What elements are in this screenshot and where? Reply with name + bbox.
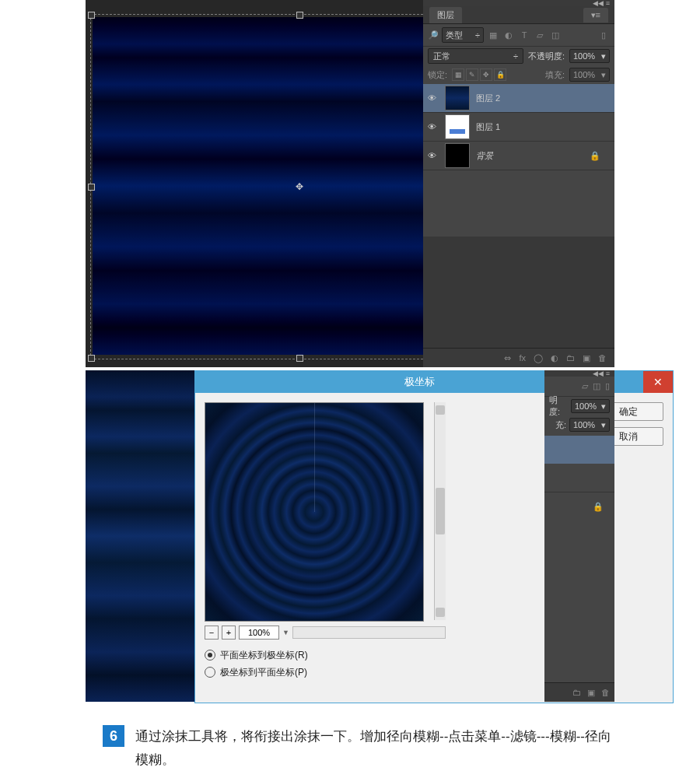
opacity-input[interactable]: 100%▾ <box>571 399 610 413</box>
filter-kind-select[interactable]: 类型÷ <box>442 27 484 43</box>
layer-row-cropped[interactable] <box>544 464 614 492</box>
filter-shape-icon[interactable]: ▱ <box>534 29 546 41</box>
screenshot-layers: PS教程论坛 BBS.16XX8.COM ✥ ◀◀ ≡ 图层 ▾≡ 🔎 类型÷ … <box>86 0 614 367</box>
layer-fx-icon[interactable]: fx <box>519 353 526 363</box>
lock-icons: ▦ ✎ ✥ 🔒 <box>452 68 506 81</box>
visibility-icon[interactable]: 👁 <box>428 93 439 103</box>
lock-label: 锁定: <box>428 69 447 81</box>
fill-value: 100% <box>573 420 595 429</box>
transform-center-icon[interactable]: ✥ <box>296 183 303 191</box>
visibility-icon[interactable]: 👁 <box>428 122 439 131</box>
option-label: 平面坐标到极坐标(R) <box>220 649 308 662</box>
new-layer-icon[interactable]: ▣ <box>583 353 590 363</box>
fill-input[interactable]: 100%▾ <box>569 418 610 432</box>
panel-collapse-icon[interactable]: ◀◀ ≡ <box>544 370 614 377</box>
zoom-dropdown-icon[interactable]: ▼ <box>282 629 289 636</box>
opacity-value: 100% <box>573 51 595 61</box>
radio-icon[interactable] <box>205 650 215 661</box>
layer-thumb[interactable] <box>445 143 470 168</box>
filter-toggle-icon[interactable]: ▯ <box>597 29 610 41</box>
handle-s[interactable] <box>296 355 303 362</box>
blend-row: 正常÷ 不透明度: 100%▾ <box>423 47 614 65</box>
radio-icon[interactable] <box>205 667 215 678</box>
layer-name[interactable]: 图层 2 <box>476 93 500 104</box>
scroll-down-icon[interactable] <box>436 608 445 617</box>
layer-thumb[interactable] <box>445 114 470 139</box>
panel-empty-area <box>423 237 614 349</box>
filter-toggle-icon[interactable]: ▯ <box>605 381 610 391</box>
filter-kind-label: 类型 <box>446 30 463 41</box>
panel-bottom-cropped: 🗀 ▣ 🗑 <box>544 682 614 702</box>
polar-options: 平面坐标到极坐标(R) 极坐标到平面坐标(P) <box>205 647 446 681</box>
layer-name[interactable]: 背景 <box>476 150 493 162</box>
lock-icon: 🔒 <box>590 151 600 161</box>
layers-panel: ◀◀ ≡ 图层 ▾≡ 🔎 类型÷ ▦ ◐ T ▱ ◫ ▯ 正常÷ 不透明度: 1… <box>423 0 614 367</box>
lock-all-icon[interactable]: 🔒 <box>494 68 506 81</box>
search-icon[interactable]: 🔎 <box>428 30 439 40</box>
delete-layer-icon[interactable]: 🗑 <box>598 353 607 363</box>
lock-paint-icon[interactable]: ✎ <box>466 68 478 81</box>
zoom-in-button[interactable]: + <box>222 626 236 640</box>
polar-preview <box>205 403 423 621</box>
opacity-input[interactable]: 100%▾ <box>569 49 610 63</box>
lock-icon: 🔒 <box>593 502 604 512</box>
layer-name[interactable]: 图层 1 <box>476 121 500 133</box>
adjustment-layer-icon[interactable]: ◐ <box>551 353 558 363</box>
fill-label: 充: <box>555 419 566 431</box>
layer-group-icon[interactable]: 🗀 <box>566 353 575 363</box>
filter-smart-icon[interactable]: ◫ <box>593 381 600 391</box>
fill-value: 100% <box>573 70 595 79</box>
panel-tab-row: 图层 ▾≡ <box>423 6 614 24</box>
option-rect-to-polar[interactable]: 平面坐标到极坐标(R) <box>205 647 446 664</box>
close-button[interactable]: ✕ <box>643 371 673 393</box>
opacity-row-cropped: 明度: 100%▾ <box>544 397 614 415</box>
handle-nw[interactable] <box>88 12 95 19</box>
lock-position-icon[interactable]: ✥ <box>480 68 492 81</box>
canvas-texture-strip <box>86 370 194 702</box>
lock-transparent-icon[interactable]: ▦ <box>452 68 464 81</box>
opacity-value: 100% <box>575 401 597 411</box>
dialog-title: 极坐标 <box>404 375 435 389</box>
new-layer-icon[interactable]: ▣ <box>587 688 595 698</box>
layer-row-cropped[interactable] <box>544 436 614 464</box>
layers-panel-cropped: ◀◀ ≡ ▱ ◫ ▯ 明度: 100%▾ 充: 100%▾ 🔒 🗀 ▣ 🗑 <box>544 370 614 702</box>
option-label: 极坐标到平面坐标(P) <box>220 666 307 679</box>
filter-pixel-icon[interactable]: ▦ <box>487 29 499 41</box>
panel-collapse-icon[interactable]: ◀◀ ≡ <box>423 0 614 6</box>
panel-menu-icon[interactable]: ▾≡ <box>583 8 608 23</box>
screenshot-polar-dialog: 极坐标 ✕ − + 100% <box>86 370 614 702</box>
tutorial-step: 6 通过涂抹工具将，将衔接出涂抹一下。增加径向模糊--点击菜单--滤镜---模糊… <box>0 702 700 778</box>
blend-mode-value: 正常 <box>433 51 450 62</box>
layer-row[interactable]: 👁 图层 2 <box>423 84 614 113</box>
layer-row[interactable]: 👁 背景 🔒 <box>423 142 614 170</box>
handle-w[interactable] <box>88 184 95 191</box>
link-layers-icon[interactable]: ⇔ <box>504 353 511 363</box>
fill-row-cropped: 充: 100%▾ <box>544 415 614 434</box>
handle-sw[interactable] <box>88 355 95 362</box>
preview-scrollbar-h[interactable] <box>292 626 446 639</box>
tab-layers[interactable]: 图层 <box>429 7 462 23</box>
layer-group-icon[interactable]: 🗀 <box>572 688 581 697</box>
zoom-value[interactable]: 100% <box>239 626 279 640</box>
preview-box[interactable] <box>205 402 424 622</box>
layer-row-cropped[interactable]: 🔒 <box>544 492 614 520</box>
handle-n[interactable] <box>296 12 303 19</box>
filter-adjust-icon[interactable]: ◐ <box>502 29 515 41</box>
visibility-icon[interactable]: 👁 <box>428 151 439 160</box>
step-number-badge: 6 <box>103 725 124 747</box>
zoom-out-button[interactable]: − <box>205 626 219 640</box>
layer-mask-icon[interactable]: ◯ <box>534 353 543 363</box>
scroll-thumb-v[interactable] <box>436 488 445 534</box>
filter-shape-icon[interactable]: ▱ <box>582 381 588 391</box>
option-polar-to-rect[interactable]: 极坐标到平面坐标(P) <box>205 664 446 681</box>
layer-thumb[interactable] <box>445 86 470 110</box>
fill-input[interactable]: 100%▾ <box>569 68 610 82</box>
blend-mode-select[interactable]: 正常÷ <box>428 48 523 64</box>
preview-scrollbar-v[interactable] <box>434 402 446 620</box>
layer-row[interactable]: 👁 图层 1 <box>423 113 614 142</box>
filter-smart-icon[interactable]: ◫ <box>549 29 562 41</box>
delete-layer-icon[interactable]: 🗑 <box>601 688 610 697</box>
filter-type-icon[interactable]: T <box>518 29 530 41</box>
step-text: 通过涂抹工具将，将衔接出涂抹一下。增加径向模糊--点击菜单--滤镜---模糊--… <box>135 725 622 772</box>
scroll-up-icon[interactable] <box>436 405 445 415</box>
